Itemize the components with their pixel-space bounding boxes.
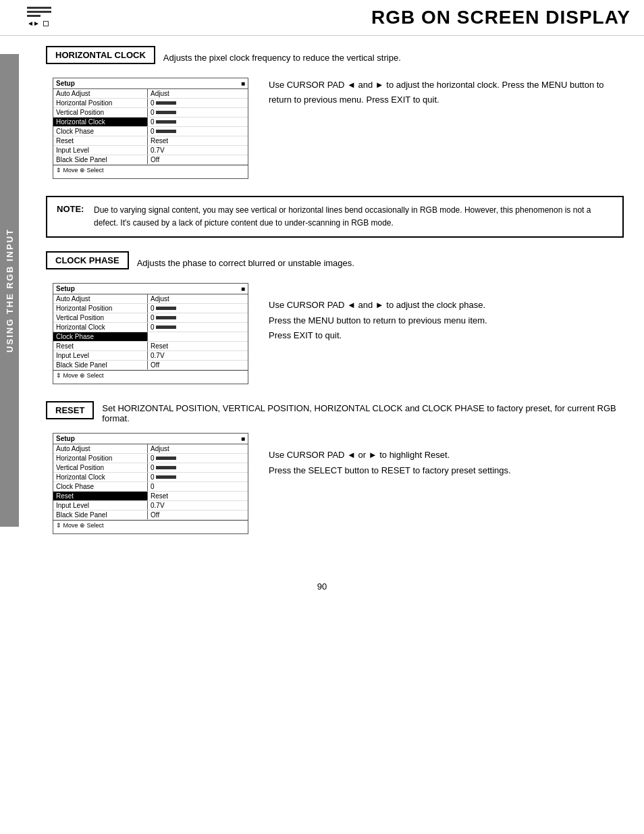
osd-row: Clock Phase 0	[53, 127, 248, 136]
osd-left-black-side: Black Side Panel	[53, 155, 148, 164]
osd-right: 0	[148, 313, 248, 322]
osd-setup-header: Setup ■	[53, 78, 248, 89]
osd-left: Clock Phase	[53, 332, 148, 341]
osd-left: Vertical Position	[53, 463, 148, 472]
osd-right: 0.7V	[148, 351, 248, 360]
side-tab: USING THE RGB INPUT	[0, 54, 19, 527]
osd-footer-text-2: ⇕ Move ⊕ Select	[56, 372, 104, 379]
osd-left-vert-pos: Vertical Position	[53, 108, 148, 117]
osd-header-left: Setup	[56, 80, 75, 87]
osd-bar	[156, 475, 176, 479]
osd-row: Horizontal Position 0	[53, 304, 248, 313]
osd-row: Reset Reset	[53, 342, 248, 351]
clock-phase-label: CLOCK PHASE	[46, 251, 129, 269]
clock-phase-body: Setup ■ Auto Adjust Adjust Horizontal Po…	[53, 283, 624, 384]
osd-left-horiz-pos: Horizontal Position	[53, 99, 148, 107]
osd-left: Horizontal Clock	[53, 323, 148, 332]
osd-right: Reset	[148, 342, 248, 350]
logo-lines	[27, 7, 51, 17]
osd-row: Black Side Panel Off	[53, 155, 248, 165]
osd-footer-2: ⇕ Move ⊕ Select	[53, 370, 248, 380]
osd-right-clock-phase: 0	[148, 127, 248, 136]
osd-footer-text-3: ⇕ Move ⊕ Select	[56, 522, 104, 529]
osd-row: Auto Adjust Adjust	[53, 444, 248, 454]
osd-bar	[156, 316, 176, 319]
osd-left: Auto Adjust	[53, 444, 148, 453]
horizontal-clock-osd: Setup ■ Auto Adjust Adjust Horizontal Po…	[53, 78, 248, 179]
clock-phase-header: CLOCK PHASE Adjusts the phase to correct…	[46, 251, 624, 275]
osd-left: Auto Adjust	[53, 294, 148, 303]
osd-right-reset: Reset	[148, 136, 248, 145]
osd-row: Horizontal Position 0	[53, 454, 248, 463]
osd-left: Input Level	[53, 501, 148, 510]
osd-left-horiz-clock: Horizontal Clock	[53, 118, 148, 126]
logo: ◄►	[27, 7, 51, 27]
clock-phase-instruction-text: Use CURSOR PAD ◄ and ► to adjust the clo…	[269, 300, 487, 340]
reset-desc: Set HORIZONTAL POSITION, VERTICAL POSITI…	[102, 403, 624, 423]
osd-row: Horizontal Clock 0	[53, 473, 248, 482]
horizontal-clock-desc: Adjusts the pixel clock frequency to red…	[163, 53, 401, 63]
note-text: Due to varying signal content, you may s…	[94, 204, 613, 230]
logo-bottom: ◄►	[27, 20, 51, 27]
osd-right: 0.7V	[148, 501, 248, 510]
osd-right-vert-pos: 0	[148, 108, 248, 117]
note-label: NOTE:	[57, 204, 87, 230]
osd-right-input-level: 0.7V	[148, 146, 248, 155]
osd-row-highlight: Reset Reset	[53, 492, 248, 501]
osd-bar	[156, 457, 176, 460]
osd-row: Input Level 0.7V	[53, 351, 248, 361]
osd-bar	[156, 466, 176, 469]
logo-arrows-icon: ◄►	[27, 20, 39, 27]
horizontal-clock-section: HORIZONTAL CLOCK Adjusts the pixel clock…	[46, 46, 624, 179]
osd-setup-header-2: Setup ■	[53, 284, 248, 294]
osd-left: Clock Phase	[53, 482, 148, 491]
page-number: 90	[0, 581, 644, 602]
osd-left: Horizontal Position	[53, 304, 148, 313]
page-title: RGB ON SCREEN DISPLAY	[371, 7, 630, 28]
osd-right: 0	[148, 454, 248, 463]
osd-right: Off	[148, 361, 248, 369]
horizontal-clock-instruction: Use CURSOR PAD ◄ and ► to adjust the hor…	[269, 78, 624, 107]
osd-right: Reset	[148, 492, 248, 500]
main-content: HORIZONTAL CLOCK Adjusts the pixel clock…	[19, 36, 644, 561]
osd-footer-text: ⇕ Move ⊕ Select	[56, 167, 104, 174]
reset-section: RESET Set HORIZONTAL POSITION, VERTICAL …	[46, 401, 624, 534]
osd-right: Off	[148, 511, 248, 519]
header: ◄► RGB ON SCREEN DISPLAY	[0, 0, 644, 36]
osd-row: Black Side Panel Off	[53, 361, 248, 370]
osd-row: Auto Adjust Adjust	[53, 89, 248, 99]
osd-header-right-2: ■	[241, 285, 245, 292]
osd-right: 0	[148, 323, 248, 332]
clock-phase-desc: Adjusts the phase to correct blurred or …	[137, 258, 354, 268]
osd-row: Horizontal Clock 0	[53, 323, 248, 332]
osd-bar	[156, 120, 176, 124]
osd-left-reset: Reset	[53, 136, 148, 145]
reset-body: Setup ■ Auto Adjust Adjust Horizontal Po…	[53, 433, 624, 534]
osd-bar	[156, 325, 176, 329]
osd-bar	[156, 130, 176, 133]
osd-row: Vertical Position 0	[53, 108, 248, 118]
note-box: NOTE: Due to varying signal content, you…	[46, 196, 624, 238]
osd-right-horiz-pos: 0	[148, 99, 248, 107]
reset-osd: Setup ■ Auto Adjust Adjust Horizontal Po…	[53, 433, 248, 534]
reset-header: RESET Set HORIZONTAL POSITION, VERTICAL …	[46, 401, 624, 425]
horizontal-clock-label: HORIZONTAL CLOCK	[46, 46, 155, 64]
osd-right: 0	[148, 482, 248, 491]
osd-left-input-level: Input Level	[53, 146, 148, 155]
horizontal-clock-header: HORIZONTAL CLOCK Adjusts the pixel clock…	[46, 46, 624, 70]
osd-right	[148, 332, 248, 341]
osd-row: Clock Phase 0	[53, 482, 248, 492]
osd-left: Input Level	[53, 351, 148, 360]
osd-right: Adjust	[148, 444, 248, 453]
side-tab-label: USING THE RGB INPUT	[5, 228, 15, 353]
osd-left-auto-adjust: Auto Adjust	[53, 89, 148, 98]
clock-phase-osd: Setup ■ Auto Adjust Adjust Horizontal Po…	[53, 283, 248, 384]
osd-row: Input Level 0.7V	[53, 146, 248, 155]
osd-row: Reset Reset	[53, 136, 248, 146]
osd-row-highlight: Horizontal Clock 0	[53, 118, 248, 127]
osd-right: 0	[148, 304, 248, 313]
logo-line-2	[27, 11, 51, 13]
osd-row: Vertical Position 0	[53, 463, 248, 473]
clock-phase-instruction: Use CURSOR PAD ◄ and ► to adjust the clo…	[269, 283, 624, 342]
osd-left-clock-phase: Clock Phase	[53, 127, 148, 136]
